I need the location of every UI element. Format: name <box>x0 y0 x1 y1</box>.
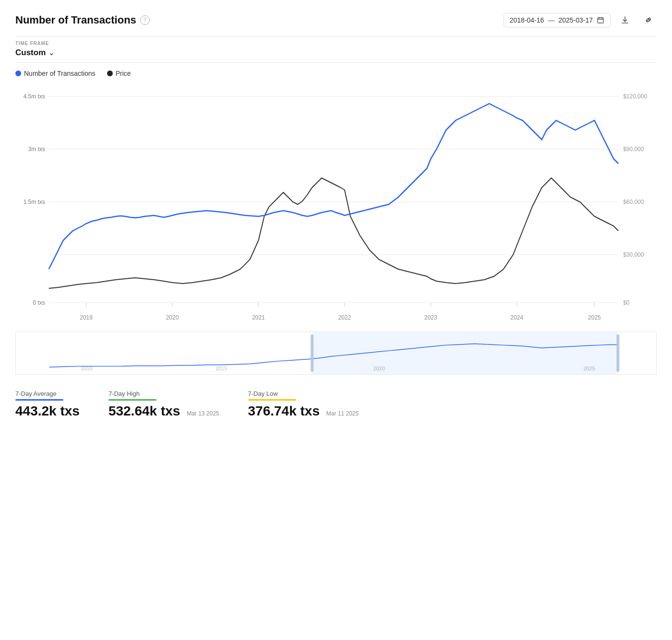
timeframe-select[interactable]: Custom ⌄ <box>15 48 657 58</box>
svg-text:2024: 2024 <box>511 314 524 321</box>
legend-label-transactions: Number of Transactions <box>24 70 96 77</box>
page-title: Number of Transactions <box>15 14 136 26</box>
timeframe-label: TIME FRAME <box>15 41 657 46</box>
date-dash: — <box>548 16 554 24</box>
legend-dot-transactions <box>15 71 21 76</box>
svg-text:$90,000: $90,000 <box>623 146 644 153</box>
svg-text:4.5m txs: 4.5m txs <box>24 93 45 100</box>
stat-high-label: 7-Day High <box>108 390 219 397</box>
main-chart: 4.5m txs 3m txs 1.5m txs 0 txs $120,000 … <box>15 82 657 332</box>
transactions-line <box>49 104 618 269</box>
mini-chart[interactable]: 2010 2015 2020 2025 <box>15 332 657 375</box>
stat-avg-value: 443.2k txs <box>15 403 80 419</box>
price-line <box>49 178 618 288</box>
stat-7day-high: 7-Day High 532.64k txs Mar 13 2025 <box>108 390 219 419</box>
svg-rect-0 <box>598 18 603 23</box>
svg-text:2020: 2020 <box>166 314 179 321</box>
timeframe-bar: TIME FRAME Custom ⌄ <box>15 36 657 63</box>
download-button[interactable] <box>616 12 634 29</box>
svg-text:$0: $0 <box>623 299 630 306</box>
svg-text:0 txs: 0 txs <box>33 299 45 306</box>
stat-high-line <box>108 399 156 401</box>
stat-high-value: 532.64k txs Mar 13 2025 <box>108 403 219 419</box>
mini-chart-svg: 2010 2015 2020 2025 <box>16 332 656 374</box>
legend-price: Price <box>107 70 131 77</box>
date-start: 2018-04-16 <box>510 16 544 24</box>
legend-transactions: Number of Transactions <box>15 70 96 77</box>
svg-text:$60,000: $60,000 <box>623 199 644 205</box>
stat-low-value: 376.74k txs Mar 11 2025 <box>248 403 359 419</box>
svg-text:$120,000: $120,000 <box>623 93 647 100</box>
svg-rect-29 <box>312 332 618 374</box>
stat-avg-line <box>15 399 63 401</box>
svg-text:$30,000: $30,000 <box>623 251 644 258</box>
svg-rect-30 <box>311 334 313 372</box>
stats-row: 7-Day Average 443.2k txs 7-Day High 532.… <box>15 390 657 419</box>
svg-text:2010: 2010 <box>81 366 92 371</box>
timeframe-value: Custom <box>15 48 46 58</box>
help-icon[interactable]: ? <box>140 15 150 25</box>
legend-dot-price <box>107 71 113 76</box>
link-button[interactable] <box>639 12 657 29</box>
svg-text:2025: 2025 <box>588 314 601 321</box>
svg-rect-31 <box>616 334 619 372</box>
stat-7day-low: 7-Day Low 376.74k txs Mar 11 2025 <box>248 390 359 419</box>
stat-low-line <box>248 399 296 401</box>
svg-text:3m txs: 3m txs <box>28 146 45 153</box>
svg-text:2025: 2025 <box>583 366 595 371</box>
stat-avg-label: 7-Day Average <box>15 390 80 397</box>
stat-low-date: Mar 11 2025 <box>326 410 359 417</box>
svg-text:2019: 2019 <box>80 314 93 321</box>
chevron-down-icon: ⌄ <box>48 49 54 57</box>
chart-legend: Number of Transactions Price <box>15 70 657 77</box>
date-end: 2025-03-17 <box>558 16 593 24</box>
svg-text:2020: 2020 <box>373 366 384 371</box>
stat-7day-avg: 7-Day Average 443.2k txs <box>15 390 80 419</box>
calendar-icon <box>597 16 604 24</box>
svg-text:2021: 2021 <box>252 314 265 321</box>
svg-text:2015: 2015 <box>216 366 227 371</box>
svg-text:2023: 2023 <box>424 314 437 321</box>
stat-high-date: Mar 13 2025 <box>187 410 219 417</box>
date-range-picker[interactable]: 2018-04-16 — 2025-03-17 <box>504 13 611 27</box>
svg-text:1.5m txs: 1.5m txs <box>24 199 45 205</box>
stat-low-label: 7-Day Low <box>248 390 359 397</box>
legend-label-price: Price <box>116 70 131 77</box>
svg-text:2022: 2022 <box>338 314 351 321</box>
main-chart-svg: 4.5m txs 3m txs 1.5m txs 0 txs $120,000 … <box>15 82 657 332</box>
